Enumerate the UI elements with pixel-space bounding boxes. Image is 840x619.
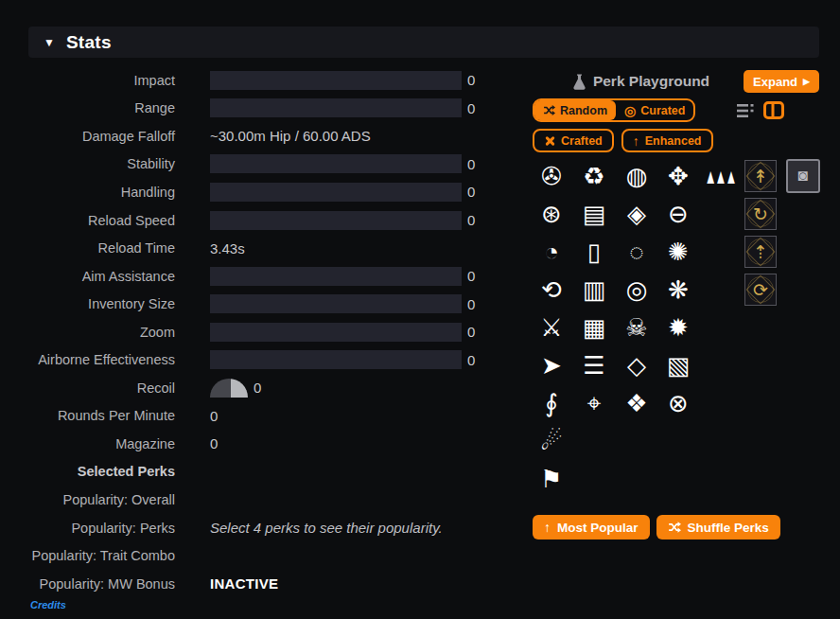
stat-value: 0 [210,408,218,424]
stat-row: Popularity: Overall [28,486,516,514]
stat-label: Selected Perks [28,464,175,479]
view-switcher [737,101,784,119]
stat-label: Aim Assistance [28,269,175,284]
stat-value-cell: INACTIVE [210,575,516,592]
masterwork-glyph: ↻ [753,203,768,225]
stat-value-cell: 0 [210,183,516,202]
perk-icon[interactable]: ▯ [575,235,613,269]
stat-row: Impact0 [28,66,516,95]
perk-icon[interactable]: ➤ [533,348,570,382]
perk-icon[interactable]: ◈ [618,197,656,231]
perk-icon[interactable]: ⌖ [575,386,613,420]
stat-label: Popularity: Overall [28,492,175,507]
perk-icon[interactable]: ▲▲▲ [701,147,739,204]
stat-row: Inventory Size0 [28,290,516,318]
chevron-down-icon[interactable]: ▼ [44,37,55,48]
perk-icon[interactable]: ▥ [575,273,613,307]
perk-grid: ✇♻◍✥▲▲▲⊛▤◈⊖◔▯◌✺⟲▥◎❋⚔▦☠✹➤☰◇▧∮⌖❖⊗☄⚑↟↻⇡⟳◙ [533,159,819,515]
most-popular-button[interactable]: ↑ Most Popular [533,515,650,539]
perk-icon[interactable]: ✥ [659,159,697,193]
perk-icon[interactable]: ◍ [618,159,656,193]
shuffle-perks-label: Shuffle Perks [688,521,769,535]
perk-icon[interactable]: ✇ [533,159,570,193]
masterwork-icon[interactable]: ↟ [744,160,777,192]
crafted-filter-button[interactable]: Crafted [533,129,614,152]
perk-playground-panel: Perk Playground Expand ▶ Random ◎ Curate… [533,70,819,539]
roll-mode-toggle: Random ◎ Curated [533,98,695,122]
stats-panel: Impact0Range0Damage Falloff~30.00m Hip /… [28,66,516,597]
perk-icon[interactable]: ❋ [659,273,697,307]
up-arrow-icon: ↑ [544,521,551,534]
stat-value-cell: 0 [210,350,516,369]
stat-value-cell: 0 [210,154,516,173]
perk-icon[interactable]: ◌ [618,235,656,269]
stat-value: ~30.00m Hip / 60.00 ADS [210,128,371,144]
stat-row: Range0 [28,95,516,123]
curated-toggle-button[interactable]: ◎ Curated [616,100,693,120]
stat-value: 3.43s [210,240,245,256]
stat-label: Stability [28,156,175,171]
stat-value: 0 [254,380,261,396]
stat-label: Popularity: Trait Combo [28,548,175,563]
perk-icon[interactable]: ☰ [575,348,613,382]
perk-icon[interactable]: ⊖ [659,197,697,231]
stat-value-cell: 0 [210,379,516,398]
enhanced-filter-button[interactable]: ↑ Enhanced [621,129,713,152]
random-toggle-button[interactable]: Random [534,100,616,120]
perk-icon[interactable]: ▤ [575,197,613,231]
stat-bar-track [210,71,462,90]
curated-label: Curated [640,104,685,117]
perk-icon[interactable]: ❖ [618,386,656,420]
stat-value: 0 [467,324,475,340]
stat-label: Popularity: Perks [28,521,175,536]
perk-icon[interactable]: ∮ [533,386,570,420]
stat-value: 0 [210,435,218,451]
stats-section-header[interactable]: ▼ Stats [28,27,819,58]
masterwork-icon[interactable]: ↻ [744,198,777,230]
stats-section-title: Stats [66,32,112,53]
up-arrow-icon: ↑ [633,134,639,148]
perk-icon[interactable]: ⚑ [533,462,570,496]
stat-row: Handling0 [28,178,516,206]
stat-bar-track [210,98,462,117]
column-view-icon[interactable] [763,101,784,119]
perk-icon[interactable]: ▦ [575,310,613,345]
stat-label: Recoil [28,380,175,396]
perk-icon[interactable]: ⟲ [533,273,570,307]
perk-icon[interactable]: ▧ [659,348,697,382]
stat-bar-track [210,323,462,342]
perk-icon[interactable]: ⊛ [533,197,570,231]
shuffle-icon [668,521,681,534]
masterwork-icon[interactable]: ⇡ [744,236,777,268]
perk-playground-title: Perk Playground [593,73,709,90]
enhanced-label: Enhanced [645,134,702,148]
perk-icon[interactable]: ♻ [575,159,613,193]
perk-icon[interactable]: ☄ [533,424,570,458]
perk-icon[interactable]: ⊗ [659,386,697,420]
stat-value: 0 [467,100,475,116]
flask-icon [572,74,586,90]
most-popular-label: Most Popular [557,521,639,535]
expand-button[interactable]: Expand ▶ [744,70,819,93]
perk-icon[interactable]: ☠ [618,310,656,345]
perk-icon[interactable]: ✹ [659,310,697,345]
perk-icon[interactable]: ◎ [618,273,656,307]
list-view-icon[interactable] [737,103,755,118]
stat-value-cell: 0 [210,267,516,286]
stat-value-cell: 0 [210,211,516,230]
perk-icon[interactable]: ◇ [618,348,656,382]
perk-icon[interactable]: ⚔ [533,310,570,345]
perk-icon[interactable]: ◔ [533,235,570,269]
stat-label: Range [28,100,175,115]
credits-link[interactable]: Credits [30,599,66,610]
stat-value-cell: ~30.00m Hip / 60.00 ADS [210,128,516,144]
masterwork-icon[interactable]: ⟳ [744,274,777,306]
catalyst-socket-icon[interactable]: ◙ [786,159,820,193]
shuffle-perks-button[interactable]: Shuffle Perks [656,515,780,539]
stat-row: Popularity: PerksSelect 4 perks to see t… [28,514,516,542]
stat-value-cell: 3.43s [210,240,516,256]
stat-value: 0 [467,156,475,172]
perk-icon[interactable]: ✺ [659,235,697,269]
crossed-tools-icon [544,135,555,147]
stat-label: Magazine [28,436,175,451]
